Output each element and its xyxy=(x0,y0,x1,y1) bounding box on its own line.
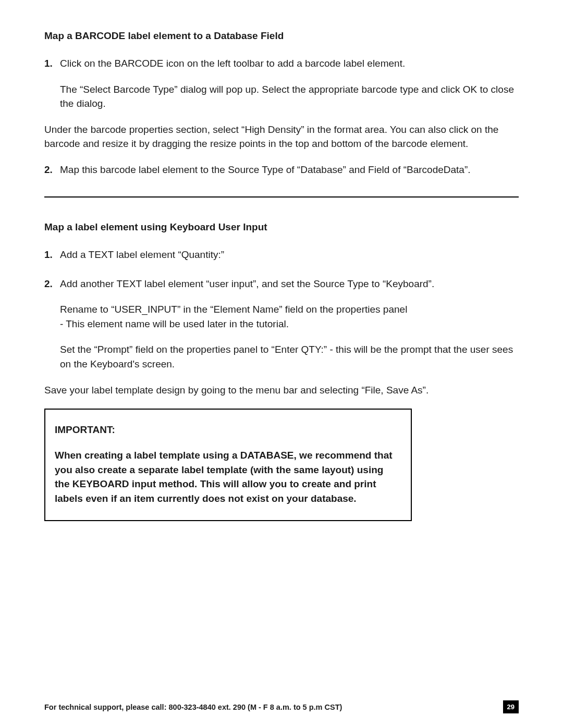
list-number: 2. xyxy=(44,163,57,177)
section1-item1: 1. Click on the BARCODE icon on the left… xyxy=(44,56,519,71)
important-box: IMPORTANT: When creating a label templat… xyxy=(44,409,412,521)
section1-item2: 2. Map this barcode label element to the… xyxy=(44,163,519,177)
footer-support-text: For technical support, please call: 800-… xyxy=(44,703,342,711)
section2-item2-sub1: Rename to “USER_INPUT” in the “Element N… xyxy=(60,302,519,331)
section2-save-paragraph: Save your label template design by going… xyxy=(44,383,519,398)
section2-item1: 1. Add a TEXT label element “Quantity:” xyxy=(44,248,519,262)
list-text: Map this barcode label element to the So… xyxy=(60,163,519,177)
list-text: Add a TEXT label element “Quantity:” xyxy=(60,248,519,262)
important-heading: IMPORTANT: xyxy=(55,424,399,436)
list-number: 1. xyxy=(44,56,57,71)
page-number: 29 xyxy=(503,700,519,713)
section2-item2: 2. Add another TEXT label element “user … xyxy=(44,277,519,291)
section2-heading: Map a label element using Keyboard User … xyxy=(44,221,519,233)
section1-item1-sub: The “Select Barcode Type” dialog will po… xyxy=(60,82,519,111)
section1-heading: Map a BARCODE label element to a Databas… xyxy=(44,30,519,42)
list-number: 2. xyxy=(44,277,57,291)
section1-paragraph-under: Under the barcode properties section, se… xyxy=(44,122,519,151)
section-divider xyxy=(44,196,519,198)
important-body: When creating a label template using a D… xyxy=(55,448,399,505)
list-text: Add another TEXT label element “user inp… xyxy=(60,277,519,291)
list-text: Click on the BARCODE icon on the left to… xyxy=(60,56,519,71)
list-number: 1. xyxy=(44,248,57,262)
section2-item2-sub2: Set the “Prompt” field on the properties… xyxy=(60,342,519,371)
page-footer: For technical support, please call: 800-… xyxy=(44,700,519,713)
page-content: Map a BARCODE label element to a Databas… xyxy=(0,0,563,521)
